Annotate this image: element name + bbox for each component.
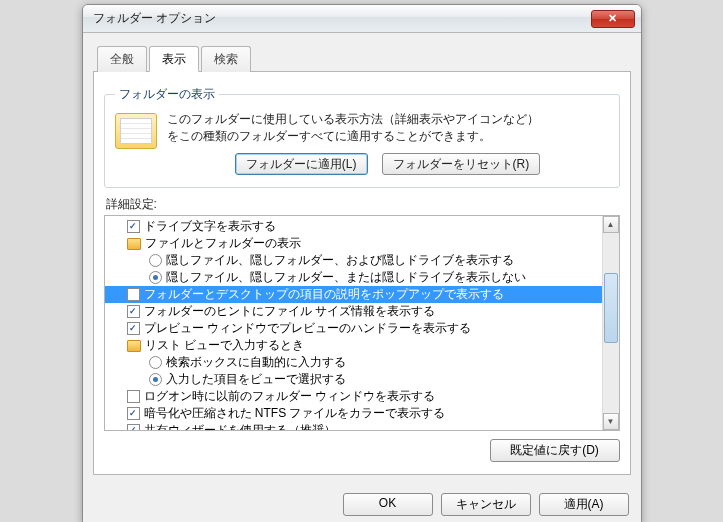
checkbox-icon[interactable] [127, 288, 140, 301]
radio-icon[interactable] [149, 356, 162, 369]
checkbox-icon[interactable] [127, 424, 140, 430]
scroll-thumb[interactable] [604, 273, 618, 343]
radio-icon[interactable] [149, 373, 162, 386]
ok-button[interactable]: OK [343, 493, 433, 516]
tab-search[interactable]: 検索 [201, 46, 251, 72]
folder-view-description: このフォルダーに使用している表示方法（詳細表示やアイコンなど） をこの種類のフォ… [167, 111, 609, 175]
tree-item[interactable]: 検索ボックスに自動的に入力する [105, 354, 602, 371]
checkbox-icon[interactable] [127, 220, 140, 233]
tree-item[interactable]: プレビュー ウィンドウでプレビューのハンドラーを表示する [105, 320, 602, 337]
tree-item[interactable]: 共有ウィザードを使用する（推奨） [105, 422, 602, 430]
tree-item[interactable]: フォルダーのヒントにファイル サイズ情報を表示する [105, 303, 602, 320]
advanced-settings-tree: ドライブ文字を表示する ファイルとフォルダーの表示 隠しファイル、隠しフォルダー… [104, 215, 620, 431]
folder-view-legend: フォルダーの表示 [115, 86, 219, 103]
tree-group[interactable]: ファイルとフォルダーの表示 [105, 235, 602, 252]
tree-item[interactable]: 暗号化や圧縮された NTFS ファイルをカラーで表示する [105, 405, 602, 422]
apply-button[interactable]: 適用(A) [539, 493, 629, 516]
close-button[interactable]: ✕ [591, 10, 635, 28]
advanced-settings-label: 詳細設定: [106, 196, 620, 213]
radio-icon[interactable] [149, 254, 162, 267]
checkbox-icon[interactable] [127, 322, 140, 335]
window-title: フォルダー オプション [93, 10, 591, 27]
reset-folders-button[interactable]: フォルダーをリセット(R) [382, 153, 541, 176]
checkbox-icon[interactable] [127, 305, 140, 318]
folder-options-dialog: フォルダー オプション ✕ 全般 表示 検索 フォルダーの表示 このフォルダーに… [82, 4, 642, 522]
tree-item[interactable]: 隠しファイル、隠しフォルダー、および隠しドライブを表示する [105, 252, 602, 269]
tab-general[interactable]: 全般 [97, 46, 147, 72]
scroll-track[interactable] [603, 233, 619, 413]
folder-mini-icon [127, 238, 141, 250]
tree-item[interactable]: 隠しファイル、隠しフォルダー、または隠しドライブを表示しない [105, 269, 602, 286]
tree-viewport[interactable]: ドライブ文字を表示する ファイルとフォルダーの表示 隠しファイル、隠しフォルダー… [105, 216, 602, 430]
content-area: 全般 表示 検索 フォルダーの表示 このフォルダーに使用している表示方法（詳細表… [83, 33, 641, 485]
tree-item[interactable]: ログオン時に以前のフォルダー ウィンドウを表示する [105, 388, 602, 405]
apply-to-folders-button[interactable]: フォルダーに適用(L) [235, 153, 368, 176]
titlebar[interactable]: フォルダー オプション ✕ [83, 5, 641, 33]
close-icon: ✕ [608, 12, 617, 25]
vertical-scrollbar[interactable]: ▲ ▼ [602, 216, 619, 430]
folder-view-group: フォルダーの表示 このフォルダーに使用している表示方法（詳細表示やアイコンなど）… [104, 86, 620, 188]
scroll-up-button[interactable]: ▲ [603, 216, 619, 233]
tab-view[interactable]: 表示 [149, 46, 199, 72]
tab-strip: 全般 表示 検索 [93, 45, 631, 72]
cancel-button[interactable]: キャンセル [441, 493, 531, 516]
tree-item[interactable]: ドライブ文字を表示する [105, 218, 602, 235]
checkbox-icon[interactable] [127, 390, 140, 403]
dialog-button-row: OK キャンセル 適用(A) [83, 485, 641, 522]
tab-body-view: フォルダーの表示 このフォルダーに使用している表示方法（詳細表示やアイコンなど）… [93, 72, 631, 475]
tree-group[interactable]: リスト ビューで入力するとき [105, 337, 602, 354]
tree-item[interactable]: 入力した項目をビューで選択する [105, 371, 602, 388]
radio-icon[interactable] [149, 271, 162, 284]
folder-mini-icon [127, 340, 141, 352]
folder-icon [115, 113, 157, 149]
restore-defaults-button[interactable]: 既定値に戻す(D) [490, 439, 620, 462]
checkbox-icon[interactable] [127, 407, 140, 420]
scroll-down-button[interactable]: ▼ [603, 413, 619, 430]
tree-item-selected[interactable]: フォルダーとデスクトップの項目の説明をポップアップで表示する [105, 286, 602, 303]
